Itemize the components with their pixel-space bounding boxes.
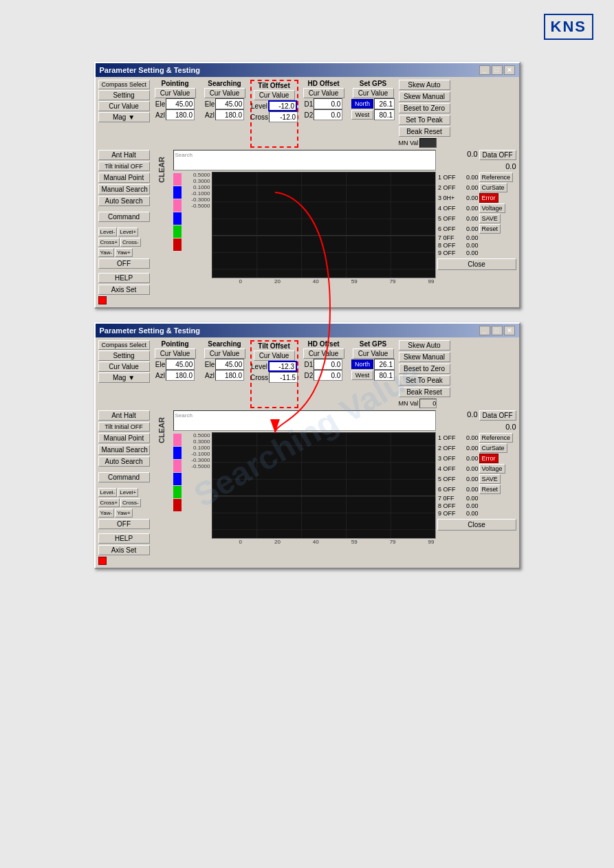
- searching-azi-input-2[interactable]: [215, 370, 244, 381]
- voltage-btn-1[interactable]: Voltage: [479, 203, 505, 213]
- cross-neg-btn-2[interactable]: Cross-: [120, 498, 141, 507]
- error-btn-1[interactable]: Error: [479, 193, 498, 203]
- off-btn-2[interactable]: OFF: [98, 519, 150, 529]
- text-area-2[interactable]: Search: [173, 410, 436, 431]
- mn-val-input-2[interactable]: [419, 399, 437, 408]
- cross-neg-btn-1[interactable]: Cross-: [120, 238, 141, 247]
- cur-value-compass-btn-1[interactable]: Cur Value: [98, 101, 150, 111]
- maximize-btn-2[interactable]: □: [492, 326, 503, 335]
- save-btn-2[interactable]: SAVE: [479, 474, 501, 484]
- error-btn-2[interactable]: Error: [479, 454, 498, 463]
- gps-west-input-1[interactable]: [374, 109, 395, 120]
- close-btn-window-2[interactable]: Close: [437, 519, 516, 531]
- hd-cur-btn-2[interactable]: Cur Value: [303, 348, 344, 359]
- skew-auto-btn-2[interactable]: Skew Auto: [399, 340, 450, 350]
- pointing-azi-input-2[interactable]: [166, 370, 195, 381]
- west-btn-1[interactable]: West: [351, 110, 373, 120]
- gps-north-input-1[interactable]: [374, 98, 395, 109]
- reset-to-zero-btn-1[interactable]: Beset to Zero: [399, 103, 450, 113]
- hd-d2-input-1[interactable]: [314, 109, 342, 120]
- tilt-cross-input-1[interactable]: [269, 111, 298, 122]
- skew-manual-btn-2[interactable]: Skew Manual: [399, 352, 450, 362]
- set-to-peak-btn-1[interactable]: Set To Peak: [399, 115, 450, 125]
- pointing-ele-input-2[interactable]: [166, 359, 195, 370]
- tilt-initial-off-btn-1[interactable]: Tilt Initial OFF: [98, 162, 150, 171]
- hd-d1-input-1[interactable]: [314, 98, 342, 109]
- hd-d2-input-2[interactable]: [314, 370, 342, 381]
- data-off-btn-2[interactable]: Data OFF: [479, 410, 516, 421]
- setting-btn-1[interactable]: Setting: [98, 90, 150, 100]
- skew-manual-btn-1[interactable]: Skew Manual: [399, 91, 450, 102]
- tilt-level-input-1[interactable]: [268, 100, 297, 111]
- manual-point-btn-2[interactable]: Manual Point: [98, 433, 150, 443]
- axis-set-btn-1[interactable]: Axis Set: [98, 285, 150, 295]
- level-neg-btn-1[interactable]: Level-: [98, 227, 118, 236]
- set-to-peak-btn-2[interactable]: Set To Peak: [399, 375, 450, 386]
- manual-search-btn-2[interactable]: Manual Search: [98, 445, 150, 455]
- mag-btn-1[interactable]: Mag ▼: [98, 112, 150, 122]
- ant-halt-btn-1[interactable]: Ant Halt: [98, 150, 150, 160]
- searching-azi-input-1[interactable]: [215, 109, 244, 120]
- searching-ele-input-1[interactable]: [215, 98, 244, 109]
- yaw-pos-btn-1[interactable]: Yaw+: [115, 248, 133, 257]
- text-area-1[interactable]: Search: [173, 150, 436, 170]
- yaw-neg-btn-2[interactable]: Yaw-: [98, 509, 115, 518]
- auto-search-btn-2[interactable]: Auto Search: [98, 456, 150, 467]
- west-btn-2[interactable]: West: [351, 370, 373, 380]
- reference-btn-1[interactable]: Reference: [479, 173, 514, 182]
- pointing-cur-btn-2[interactable]: Cur Value: [155, 348, 196, 359]
- level-pos-btn-1[interactable]: Level+: [118, 227, 138, 236]
- cross-pos-btn-2[interactable]: Cross+: [98, 498, 120, 507]
- tilt-initial-off-btn-2[interactable]: Tilt Initial OFF: [98, 422, 150, 432]
- command-btn-1[interactable]: Command: [98, 212, 150, 222]
- searching-cur-btn-1[interactable]: Cur Value: [204, 88, 245, 98]
- help-btn-2[interactable]: HELP: [98, 533, 150, 544]
- yaw-pos-btn-2[interactable]: Yaw+: [115, 509, 133, 518]
- command-btn-2[interactable]: Command: [98, 472, 150, 482]
- tilt-cross-input-2[interactable]: [269, 372, 298, 383]
- pointing-cur-btn-1[interactable]: Cur Value: [155, 88, 196, 98]
- cur-sate-btn-1[interactable]: CurSate: [479, 183, 507, 192]
- north-btn-1[interactable]: North: [351, 99, 373, 109]
- tilt-cur-btn-2[interactable]: Cur Value: [254, 350, 295, 361]
- compass-select-btn-1[interactable]: Compass Select: [98, 80, 150, 89]
- searching-cur-btn-2[interactable]: Cur Value: [204, 348, 245, 359]
- cross-pos-btn-1[interactable]: Cross+: [98, 238, 120, 247]
- close-btn-window-1[interactable]: Close: [437, 258, 516, 270]
- data-off-btn-1[interactable]: Data OFF: [479, 150, 516, 160]
- gps-north-input-2[interactable]: [374, 359, 395, 370]
- yaw-neg-btn-1[interactable]: Yaw-: [98, 248, 115, 257]
- gps-west-input-2[interactable]: [374, 370, 395, 381]
- help-btn-1[interactable]: HELP: [98, 273, 150, 283]
- tilt-level-input-2[interactable]: [268, 361, 297, 372]
- manual-search-btn-1[interactable]: Manual Search: [98, 184, 150, 194]
- level-neg-btn-2[interactable]: Level-: [98, 488, 118, 497]
- axis-set-btn-2[interactable]: Axis Set: [98, 545, 150, 555]
- hd-d1-input-2[interactable]: [314, 359, 342, 370]
- maximize-btn-1[interactable]: □: [492, 65, 503, 75]
- save-btn-1[interactable]: SAVE: [479, 214, 501, 223]
- close-btn-1[interactable]: ✕: [504, 65, 515, 75]
- cur-sate-btn-2[interactable]: CurSate: [479, 443, 507, 453]
- clear-text-1[interactable]: CLEAR: [157, 157, 166, 183]
- auto-search-btn-1[interactable]: Auto Search: [98, 196, 150, 206]
- cur-value-compass-btn-2[interactable]: Cur Value: [98, 361, 150, 372]
- mag-btn-2[interactable]: Mag ▼: [98, 372, 150, 383]
- compass-select-btn-2[interactable]: Compass Select: [98, 340, 150, 350]
- reset-btn-1[interactable]: Reset: [479, 224, 501, 234]
- mn-val-input-1[interactable]: [419, 138, 437, 148]
- reference-btn-2[interactable]: Reference: [479, 433, 514, 443]
- level-pos-btn-2[interactable]: Level+: [118, 488, 138, 497]
- close-btn-2[interactable]: ✕: [504, 326, 515, 335]
- minimize-btn-1[interactable]: _: [479, 65, 490, 75]
- manual-point-btn-1[interactable]: Manual Point: [98, 173, 150, 183]
- tilt-cur-btn-1[interactable]: Cur Value: [254, 90, 295, 100]
- minimize-btn-2[interactable]: _: [479, 326, 490, 335]
- off-btn-1[interactable]: OFF: [98, 258, 150, 269]
- voltage-btn-2[interactable]: Voltage: [479, 464, 505, 474]
- north-btn-2[interactable]: North: [351, 359, 373, 369]
- pointing-azi-input-1[interactable]: [166, 109, 195, 120]
- pointing-ele-input-1[interactable]: [166, 98, 195, 109]
- set-gps-cur-btn-1[interactable]: Cur Value: [353, 88, 394, 98]
- ant-halt-btn-2[interactable]: Ant Halt: [98, 410, 150, 421]
